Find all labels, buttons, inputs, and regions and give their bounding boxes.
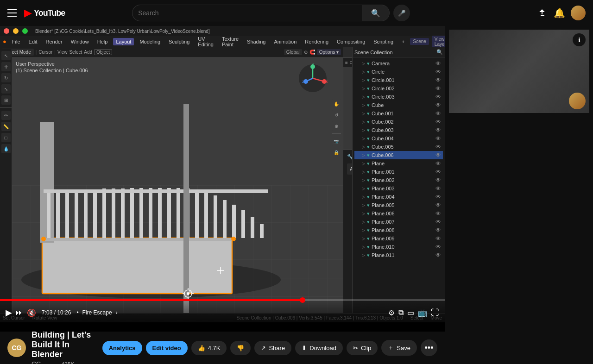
- scene-item-cube-002[interactable]: ▷ ▾ Cube.002 👁: [354, 118, 443, 126]
- scene-item-eye-icon[interactable]: 👁: [435, 252, 441, 258]
- scene-item-eye-icon[interactable]: 👁: [435, 144, 441, 150]
- eye-dropper-tool[interactable]: 💧: [1, 144, 11, 153]
- global-local-toggle[interactable]: Global: [284, 49, 302, 55]
- mini-viewport-options[interactable]: ≡: [345, 60, 348, 65]
- scene-selector[interactable]: Scene: [410, 38, 429, 45]
- scene-item-eye-icon[interactable]: 👁: [435, 210, 441, 217]
- download-button[interactable]: ⬇ Download: [295, 341, 343, 355]
- options-button[interactable]: Options ▾: [317, 49, 341, 55]
- user-avatar[interactable]: [571, 6, 586, 20]
- scene-item-plane-006[interactable]: ▷ ▾ Plane.006 👁: [354, 209, 443, 218]
- scene-item-eye-icon[interactable]: 👁: [435, 244, 441, 250]
- annotate-tool[interactable]: ✏: [1, 111, 11, 120]
- play-button[interactable]: ▶: [6, 308, 12, 318]
- scene-item-cube-003[interactable]: ▷ ▾ Cube.003 👁: [354, 126, 443, 134]
- scene-item-cube-005[interactable]: ▷ ▾ Cube.005 👁: [354, 143, 443, 151]
- scene-item-cube-001[interactable]: ▷ ▾ Cube.001 👁: [354, 109, 443, 118]
- scene-item-circle[interactable]: ▷ ▾ Circle 👁: [354, 68, 443, 76]
- scene-item-eye-icon[interactable]: 👁: [435, 85, 441, 92]
- scene-item-cube[interactable]: ▷ ▾ Cube 👁: [354, 101, 443, 109]
- search-button[interactable]: 🔍: [362, 5, 390, 21]
- scene-item-circle-003[interactable]: ▷ ▾ Circle.003 👁: [354, 93, 443, 101]
- like-button[interactable]: 👍 4.7K: [191, 341, 227, 355]
- scene-item-eye-icon[interactable]: 👁: [435, 194, 441, 200]
- scene-item-plane-009[interactable]: ▷ ▾ Plane.009 👁: [354, 234, 443, 243]
- menu-file[interactable]: File: [9, 38, 23, 45]
- scene-item-eye-icon[interactable]: 👁: [435, 60, 441, 67]
- zoom-gizmo[interactable]: ⊕: [332, 121, 341, 131]
- scene-item-eye-icon[interactable]: 👁: [435, 69, 441, 75]
- workspace-rendering[interactable]: Rendering: [302, 38, 331, 45]
- window-minimize-button[interactable]: [13, 28, 19, 34]
- share-button[interactable]: ↗ Share: [254, 341, 291, 355]
- fullscreen-button[interactable]: ⛶: [431, 308, 439, 318]
- clip-button[interactable]: ✂ Clip: [347, 341, 378, 355]
- scene-item-circle-002[interactable]: ▷ ▾ Circle.002 👁: [354, 84, 443, 93]
- scene-item-plane-011[interactable]: ▷ ▾ Plane.011 👁: [354, 251, 443, 259]
- window-maximize-button[interactable]: [22, 28, 28, 34]
- workspace-compositing[interactable]: Compositing: [334, 38, 368, 45]
- upload-icon[interactable]: [537, 6, 548, 20]
- mute-button[interactable]: 🔇: [27, 308, 36, 317]
- menu-edit[interactable]: Edit: [26, 38, 40, 45]
- notification-icon[interactable]: 🔔: [554, 7, 565, 19]
- microphone-button[interactable]: 🎤: [393, 5, 410, 21]
- object-menu[interactable]: Object: [94, 49, 112, 55]
- scene-item-eye-icon[interactable]: 👁: [435, 219, 441, 225]
- cast-button[interactable]: 📺: [418, 308, 427, 317]
- cursor-tool[interactable]: ↖: [1, 51, 11, 60]
- scene-item-plane-008[interactable]: ▷ ▾ Plane.008 👁: [354, 226, 443, 234]
- scene-item-cube-006[interactable]: ▷ ▾ Cube.006 👁: [354, 151, 443, 159]
- scene-item-plane-001[interactable]: ▷ ▾ Plane.001 👁: [354, 168, 443, 176]
- scene-item-plane-007[interactable]: ▷ ▾ Plane.007 👁: [354, 218, 443, 226]
- workspace-layout[interactable]: Layout: [113, 38, 134, 45]
- scene-item-plane[interactable]: ▷ ▾ Plane 👁: [354, 159, 443, 168]
- pan-gizmo[interactable]: ✋: [332, 99, 341, 108]
- camera-gizmo[interactable]: 📷: [332, 137, 341, 146]
- measure-tool[interactable]: 📏: [1, 122, 11, 131]
- scene-item-eye-icon[interactable]: 👁: [435, 94, 441, 100]
- recommendation-thumbnail[interactable]: ℹ: [449, 30, 589, 113]
- workspace-uv-editing[interactable]: UV Editing: [195, 35, 216, 48]
- analytics-button[interactable]: Analytics: [102, 341, 142, 355]
- channel-name[interactable]: CG Cookie: [32, 360, 57, 364]
- menu-help[interactable]: Help: [95, 38, 111, 45]
- workspace-scripting[interactable]: Scripting: [371, 38, 396, 45]
- theater-mode-button[interactable]: ▭: [407, 308, 414, 317]
- select-menu[interactable]: Select: [69, 50, 82, 55]
- progress-bar-container[interactable]: [0, 299, 445, 301]
- scene-item-eye-icon[interactable]: 👁: [435, 202, 441, 208]
- menu-window[interactable]: Window: [68, 38, 92, 45]
- dislike-button[interactable]: 👎: [230, 341, 251, 355]
- scene-collection-filter[interactable]: 🔍: [436, 49, 443, 55]
- scene-item-plane-010[interactable]: ▷ ▾ Plane.010 👁: [354, 243, 443, 251]
- scene-item-circle-001[interactable]: ▷ ▾ Circle.001 👁: [354, 76, 443, 84]
- workspace-texture-paint[interactable]: Texture Paint: [219, 35, 241, 48]
- info-overlay-button[interactable]: ℹ: [573, 33, 586, 46]
- scene-item-plane-002[interactable]: ▷ ▾ Plane.002 👁: [354, 176, 443, 184]
- scale-tool[interactable]: ⤡: [1, 84, 11, 94]
- scene-item-cube-004[interactable]: ▷ ▾ Cube.004 👁: [354, 134, 443, 143]
- edit-video-button[interactable]: Edit video: [146, 341, 188, 355]
- workspace-shading[interactable]: Shading: [244, 38, 268, 45]
- snap-toggle[interactable]: 🧲: [309, 50, 315, 55]
- scene-item-eye-icon[interactable]: 👁: [435, 185, 441, 192]
- rotate-tool[interactable]: ↻: [1, 73, 11, 82]
- blender-logo-icon[interactable]: ●: [3, 38, 6, 45]
- scene-item-eye-icon[interactable]: 👁: [435, 177, 441, 183]
- scene-item-eye-icon[interactable]: 👁: [435, 119, 441, 125]
- scene-item-eye-icon[interactable]: 👁: [435, 102, 441, 108]
- chapter-arrow[interactable]: ›: [116, 309, 118, 316]
- workspace-sculpting[interactable]: Sculpting: [166, 38, 192, 45]
- scene-item-eye-icon[interactable]: 👁: [435, 160, 441, 167]
- proportional-edit[interactable]: ⊙: [304, 50, 308, 55]
- channel-avatar[interactable]: CG: [7, 339, 26, 357]
- miniplayer-button[interactable]: ⧉: [398, 308, 404, 317]
- youtube-logo[interactable]: ▶ YouTube: [24, 7, 65, 19]
- transform-tool[interactable]: ⊞: [1, 95, 11, 105]
- scene-item-camera[interactable]: ▷ ▾ Camera 👁: [354, 59, 443, 68]
- more-options-button[interactable]: •••: [421, 339, 437, 356]
- lock-camera-gizmo[interactable]: 🔒: [332, 148, 341, 157]
- save-button[interactable]: ＋ Save: [381, 340, 417, 356]
- workspace-modeling[interactable]: Modeling: [137, 38, 163, 45]
